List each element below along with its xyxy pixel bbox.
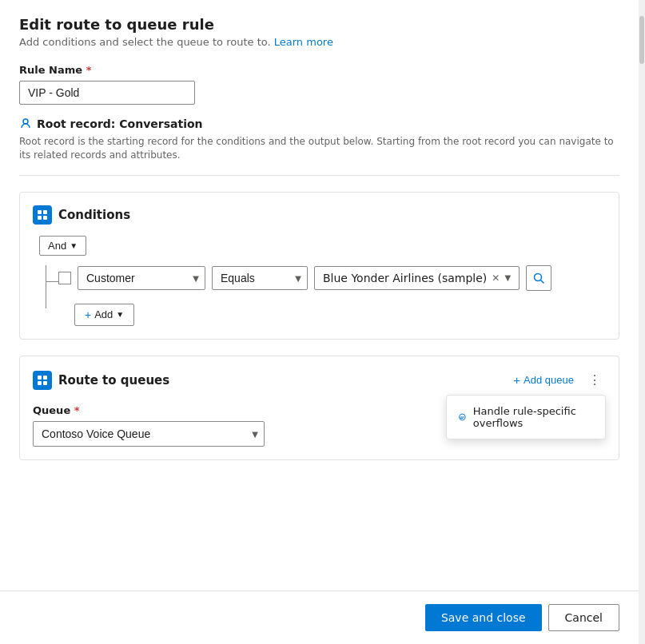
context-menu: Handle rule-specific overflows (446, 395, 606, 439)
overflow-menu-icon (458, 411, 467, 423)
page-subtitle: Add conditions and select the queue to r… (19, 36, 619, 48)
customer-field-wrapper: Customer ▼ (78, 266, 205, 290)
add-queue-plus-icon: + (513, 373, 520, 387)
condition-value-chevron-icon[interactable]: ▼ (504, 273, 511, 282)
root-record-section: Root record: Conversation Root record is… (19, 117, 619, 176)
route-section-right: + Add queue ⋮ Handle rule-specific overf… (507, 369, 606, 392)
handle-overflow-menu-item[interactable]: Handle rule-specific overflows (447, 399, 605, 435)
svg-rect-1 (38, 210, 42, 214)
route-section-icon (33, 371, 52, 390)
root-record-title: Root record: Conversation (37, 117, 203, 130)
condition-value-field[interactable]: Blue Yonder Airlines (sample) ✕ ▼ (314, 266, 520, 290)
plus-icon: + (85, 308, 91, 321)
add-queue-button[interactable]: + Add queue (507, 370, 580, 390)
and-button[interactable]: And ▼ (39, 236, 86, 256)
add-condition-button[interactable]: + Add ▼ (74, 304, 134, 326)
route-to-queues-section: Route to queues + Add queue ⋮ (19, 356, 619, 460)
more-options-button[interactable]: ⋮ (583, 369, 606, 392)
svg-rect-8 (43, 376, 47, 380)
svg-rect-2 (43, 210, 47, 214)
condition-group: Customer ▼ Equals ▼ (58, 265, 606, 326)
condition-search-button[interactable] (526, 265, 551, 291)
svg-rect-9 (38, 381, 42, 385)
condition-value-clear-icon[interactable]: ✕ (492, 273, 500, 283)
conditions-icon (33, 205, 52, 225)
condition-row: Customer ▼ Equals ▼ (58, 265, 606, 297)
required-indicator: * (86, 64, 92, 76)
queue-select-wrapper: Contoso Voice Queue ▼ (33, 421, 265, 447)
rule-name-input[interactable] (19, 81, 195, 105)
root-record-description: Root record is the starting record for t… (19, 135, 619, 162)
search-icon (533, 272, 544, 284)
page-title: Edit route to queue rule (19, 16, 619, 33)
conditions-section: Conditions And ▼ (19, 192, 619, 340)
save-and-close-button[interactable]: Save and close (425, 604, 542, 631)
rule-name-label: Rule Name * (19, 64, 619, 76)
svg-point-0 (23, 119, 28, 124)
conditions-header: Conditions (33, 205, 606, 225)
footer: Save and close Cancel (0, 590, 639, 644)
svg-rect-3 (38, 216, 42, 220)
condition-operator-dropdown[interactable]: Equals (212, 266, 308, 290)
scrollbar-thumb[interactable] (639, 16, 644, 64)
svg-rect-4 (43, 216, 47, 220)
condition-value-text: Blue Yonder Airlines (sample) (323, 272, 487, 284)
operator-field-wrapper: Equals ▼ (212, 266, 308, 290)
route-section-header: Route to queues + Add queue ⋮ (33, 369, 606, 392)
scrollbar[interactable] (639, 0, 645, 644)
route-section-title: Route to queues (58, 373, 169, 388)
learn-more-link[interactable]: Learn more (274, 36, 333, 48)
queue-required-indicator: * (74, 404, 80, 416)
route-section-left: Route to queues (33, 371, 169, 390)
svg-rect-7 (38, 376, 42, 380)
condition-checkbox[interactable] (58, 272, 71, 284)
conditions-title: Conditions (58, 208, 130, 222)
root-record-icon (19, 117, 32, 130)
queue-select[interactable]: Contoso Voice Queue (33, 421, 265, 447)
condition-field-dropdown[interactable]: Customer (78, 266, 205, 290)
svg-rect-10 (43, 381, 47, 385)
svg-line-6 (541, 280, 544, 283)
cancel-button[interactable]: Cancel (548, 604, 619, 631)
